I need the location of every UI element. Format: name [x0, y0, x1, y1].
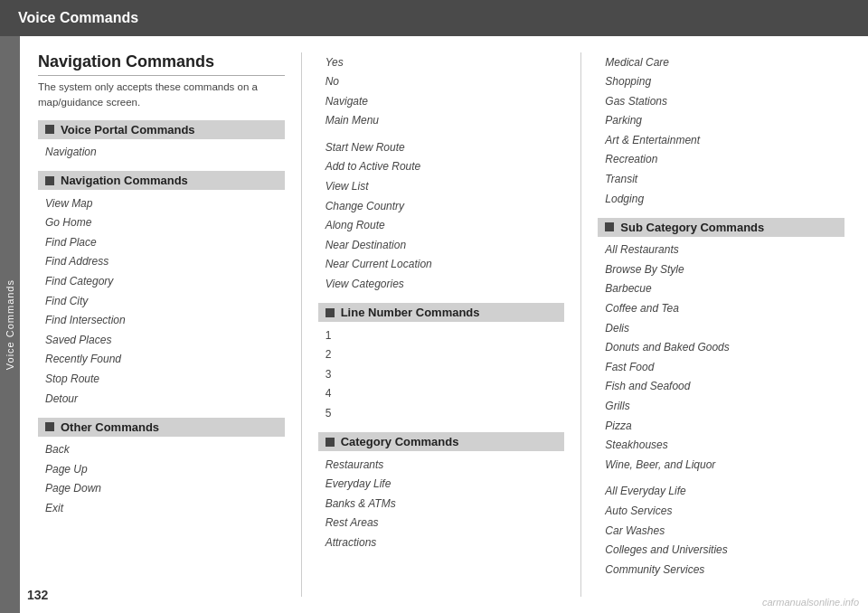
list-item: Find Place: [38, 232, 285, 252]
list-item: Restaurants: [318, 455, 565, 475]
list-item: View Categories: [318, 275, 565, 295]
bullet-navigation-commands: [45, 176, 54, 185]
list-item: Main Menu: [318, 111, 565, 131]
section-header-navigation-commands-text: Navigation Commands: [61, 174, 188, 187]
list-item: No: [318, 72, 565, 92]
list-item: Car Washes: [598, 521, 844, 541]
list-item: Stop Route: [38, 369, 285, 389]
list-item: Parking: [598, 111, 844, 131]
section-header-voice-portal-text: Voice Portal Commands: [61, 123, 195, 137]
list-item: Page Down: [38, 479, 285, 499]
list-item: Exit: [38, 498, 285, 518]
list-item: Browse By Style: [598, 259, 844, 279]
list-item: Steakhouses: [598, 436, 844, 456]
sidebar-tab-label: Voice Commands: [5, 279, 15, 370]
list-item: Lodging: [598, 189, 844, 209]
bullet-line-number: [326, 308, 335, 317]
list-item: Navigate: [318, 91, 565, 111]
bullet-category: [326, 438, 335, 447]
list-item: 3: [318, 364, 565, 384]
list-item: Go Home: [38, 213, 285, 233]
list-item: Pizza: [598, 416, 844, 436]
list-item: Change Country: [318, 196, 565, 216]
list-item: Along Route: [318, 216, 565, 236]
list-item: 4: [318, 384, 565, 404]
list-item: Barbecue: [598, 279, 844, 299]
list-item: All Restaurants: [598, 240, 844, 260]
section-header-category-text: Category Commands: [341, 435, 459, 448]
list-item: Medical Care: [598, 52, 844, 72]
list-item: Shopping: [598, 72, 844, 92]
list-item: Donuts and Baked Goods: [598, 338, 844, 358]
header-bar: Voice Commands: [0, 0, 868, 36]
section-header-navigation-commands: Navigation Commands: [38, 171, 285, 190]
list-item: Recently Found: [38, 350, 285, 370]
divider-2: [580, 52, 581, 597]
section-header-other-commands-text: Other Commands: [61, 420, 159, 434]
list-item: Gas Stations: [598, 91, 844, 111]
list-item: All Everyday Life: [598, 482, 844, 502]
list-item: Saved Places: [38, 330, 285, 350]
list-item: 5: [318, 404, 565, 424]
column-1: Navigation Commands The system only acce…: [38, 52, 294, 597]
list-item: Start New Route: [318, 137, 565, 157]
section-header-line-number-text: Line Number Commands: [341, 306, 480, 319]
column-3: Medical Care Shopping Gas Stations Parki…: [589, 52, 854, 597]
section-header-voice-portal: Voice Portal Commands: [38, 120, 285, 139]
header-title: Voice Commands: [18, 10, 138, 26]
list-item: Banks & ATMs: [318, 494, 565, 514]
list-item: Art & Entertainment: [598, 130, 844, 150]
column-2: Yes No Navigate Main Menu Start New Rout…: [309, 52, 574, 597]
list-item: Transit: [598, 170, 844, 190]
list-item: Coffee and Tea: [598, 299, 844, 319]
bullet-other-commands: [45, 422, 54, 431]
list-item: Fish and Seafood: [598, 377, 844, 397]
list-item: Grills: [598, 397, 844, 417]
list-item: Near Current Location: [318, 255, 565, 275]
list-item: Back: [38, 440, 285, 460]
list-item: Auto Services: [598, 501, 844, 521]
list-item: Add to Active Route: [318, 157, 565, 177]
list-item: Wine, Beer, and Liquor: [598, 455, 844, 475]
section-header-other-commands: Other Commands: [38, 418, 285, 437]
list-item: 2: [318, 345, 565, 365]
list-item: View Map: [38, 193, 285, 213]
list-item: Find Intersection: [38, 311, 285, 331]
list-item: Rest Areas: [318, 514, 565, 533]
list-item: Delis: [598, 318, 844, 338]
section-header-sub-category-text: Sub Category Commands: [620, 221, 764, 234]
bullet-sub-category: [605, 222, 614, 231]
bullet-voice-portal: [45, 125, 54, 134]
section-header-sub-category: Sub Category Commands: [598, 218, 844, 237]
list-item: Detour: [38, 389, 285, 409]
watermark: carmanualsonline.info: [762, 597, 859, 608]
section-header-line-number: Line Number Commands: [318, 303, 565, 322]
main-content: Navigation Commands The system only acce…: [20, 36, 868, 613]
list-item: View List: [318, 177, 565, 197]
list-item: Recreation: [598, 150, 844, 170]
sidebar-tab: Voice Commands: [0, 36, 20, 613]
list-item: Find City: [38, 291, 285, 311]
list-item: Page Up: [38, 459, 285, 479]
list-item: Everyday Life: [318, 475, 565, 495]
list-item: Near Destination: [318, 235, 565, 255]
list-item: Colleges and Universities: [598, 541, 844, 561]
divider-1: [301, 52, 302, 597]
list-item: Navigation: [38, 143, 285, 163]
list-item: Fast Food: [598, 357, 844, 377]
section-header-category: Category Commands: [318, 432, 565, 451]
list-item: Find Category: [38, 271, 285, 291]
main-subtitle: The system only accepts these commands o…: [38, 80, 285, 111]
list-item: Attractions: [318, 533, 565, 552]
list-item: Community Services: [598, 560, 844, 580]
list-item: Find Address: [38, 252, 285, 272]
list-item: 1: [318, 325, 565, 345]
main-title: Navigation Commands: [38, 52, 285, 76]
list-item: Yes: [318, 52, 565, 72]
